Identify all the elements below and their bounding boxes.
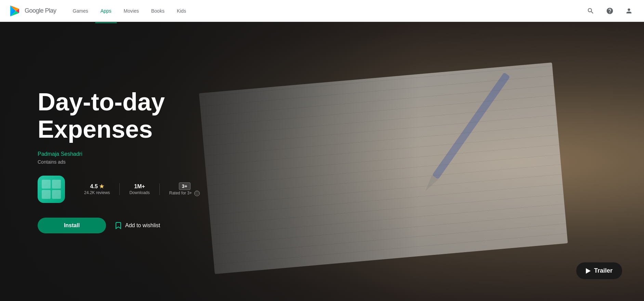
star-icon: ★: [99, 183, 104, 190]
search-button[interactable]: [584, 4, 597, 18]
stat-downloads: 1M+ Downloads: [120, 183, 159, 195]
rating-value: 4.5 ★: [90, 183, 104, 190]
app-icon-inner: [38, 176, 65, 203]
account-button[interactable]: [622, 4, 636, 18]
trailer-button[interactable]: Trailer: [576, 262, 622, 279]
logo[interactable]: Google Play: [8, 4, 56, 18]
app-icon: [38, 176, 65, 203]
downloads-value: 1M+: [134, 183, 145, 190]
nav-item-games[interactable]: Games: [67, 5, 94, 16]
stat-age-rating: 3+ Rated for 3+ ⓘ: [160, 182, 210, 196]
help-button[interactable]: [603, 4, 617, 18]
play-icon: [586, 268, 591, 274]
downloads-label: Downloads: [129, 190, 149, 195]
search-icon: [587, 7, 594, 15]
nav-item-books[interactable]: Books: [146, 5, 170, 16]
wishlist-label: Add to wishlist: [125, 222, 160, 229]
header-actions: [584, 4, 636, 18]
stat-rating: 4.5 ★ 24.2K reviews: [75, 183, 120, 195]
nav-item-movies[interactable]: Movies: [118, 5, 144, 16]
app-contains-ads: Contains ads: [38, 159, 606, 165]
age-info-icon[interactable]: ⓘ: [194, 191, 200, 196]
app-title: Day-to-day Expenses: [38, 88, 215, 142]
nav-item-apps[interactable]: Apps: [95, 5, 117, 16]
reviews-label: 24.2K reviews: [84, 190, 110, 195]
trailer-label: Trailer: [594, 267, 613, 274]
account-icon: [625, 7, 633, 15]
main-nav: Games Apps Movies Books Kids: [67, 5, 584, 16]
hero-content: Day-to-day Expenses Padmaja Seshadri Con…: [0, 22, 644, 301]
wishlist-button[interactable]: Add to wishlist: [114, 217, 160, 234]
logo-text: Google Play: [25, 7, 56, 14]
google-play-logo-icon: [8, 4, 22, 18]
bookmark-icon: [114, 221, 122, 230]
header: Google Play Games Apps Movies Books Kids: [0, 0, 644, 22]
app-author[interactable]: Padmaja Seshadri: [38, 151, 606, 157]
age-rating-label: Rated for 3+ ⓘ: [169, 191, 200, 196]
help-icon: [606, 7, 614, 15]
nav-item-kids[interactable]: Kids: [171, 5, 192, 16]
age-rating-value: 3+: [179, 182, 190, 190]
age-badge: 3+: [179, 182, 190, 190]
app-actions: Install Add to wishlist: [38, 217, 606, 234]
install-button[interactable]: Install: [38, 218, 106, 233]
app-stats: 4.5 ★ 24.2K reviews 1M+ Downloads 3+ Rat…: [38, 176, 606, 203]
hero-section: Day-to-day Expenses Padmaja Seshadri Con…: [0, 22, 644, 301]
